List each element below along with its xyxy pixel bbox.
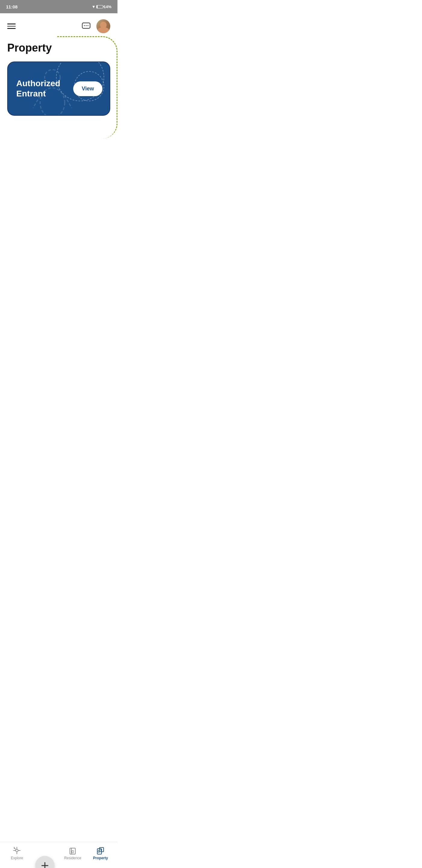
main-content: Property AuthorizedEntra [0, 36, 118, 119]
svg-point-1 [84, 25, 85, 26]
svg-point-2 [86, 25, 87, 26]
page-title: Property [7, 41, 110, 54]
svg-point-4 [44, 70, 60, 85]
residence-label: Residence [64, 856, 81, 860]
svg-point-3 [88, 25, 89, 26]
svg-rect-17 [70, 848, 75, 854]
battery-icon: 14% [96, 4, 111, 9]
view-button[interactable]: View [73, 82, 102, 96]
svg-rect-10 [13, 850, 16, 851]
avatar-image [96, 19, 110, 33]
svg-rect-14 [14, 847, 14, 849]
status-bar: 11:08 ▾ 14% [0, 0, 118, 13]
fab-add-button[interactable] [35, 856, 55, 868]
person-silhouette [31, 67, 73, 110]
nav-items: Explore Residence [0, 844, 118, 862]
status-time: 11:08 [6, 4, 18, 9]
nav-item-residence[interactable]: Residence [59, 844, 87, 862]
explore-icon [13, 846, 21, 855]
bottom-nav: Explore Residence [0, 842, 118, 868]
app-container: 11:08 ▾ 14% [0, 0, 118, 868]
avatar[interactable] [96, 19, 110, 33]
svg-rect-9 [17, 852, 17, 854]
authorized-entrant-card: AuthorizedEntrant View [7, 61, 110, 116]
svg-rect-11 [18, 850, 21, 851]
svg-line-7 [65, 96, 72, 108]
header-actions [80, 19, 110, 33]
svg-line-6 [33, 96, 40, 108]
svg-point-5 [40, 88, 65, 116]
svg-rect-22 [98, 850, 99, 852]
svg-point-12 [16, 849, 18, 852]
nav-item-explore[interactable]: Explore [3, 844, 31, 862]
residence-icon [68, 846, 77, 855]
chat-icon[interactable] [80, 20, 92, 32]
explore-label: Explore [11, 856, 23, 860]
property-label: Property [93, 856, 108, 860]
nav-item-property[interactable]: Property [87, 844, 115, 862]
header [0, 13, 118, 36]
wifi-icon: ▾ [93, 4, 95, 9]
battery-percentage: 14% [104, 4, 111, 9]
property-icon [96, 846, 105, 855]
status-icons: ▾ 14% [93, 4, 111, 9]
svg-rect-8 [17, 847, 17, 849]
hamburger-menu-icon[interactable] [7, 24, 16, 29]
svg-rect-19 [72, 850, 73, 853]
